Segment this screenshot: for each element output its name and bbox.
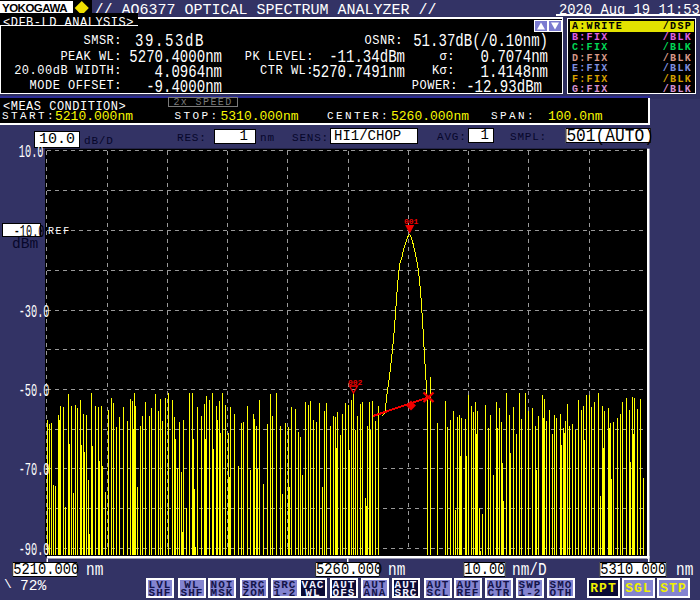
svg-text:001: 001 — [404, 217, 419, 226]
svg-text:002: 002 — [348, 378, 363, 387]
